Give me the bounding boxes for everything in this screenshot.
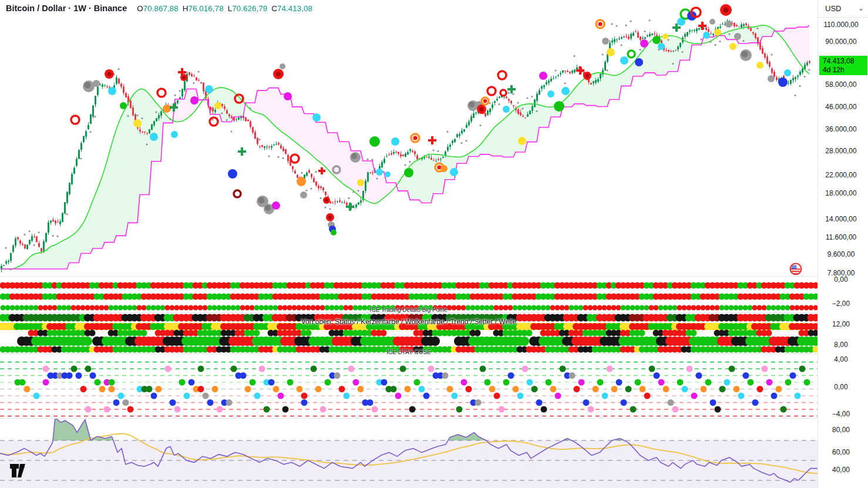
price-axis-label: 46.000,00: [818, 103, 864, 111]
open-label: O: [137, 4, 143, 13]
pane2-indicator-title: ICE Trading Details Big Pome: [0, 307, 817, 313]
high-value: 76.016,78: [189, 4, 224, 13]
price-axis-label: 80,00: [818, 426, 864, 434]
last-price-badge[interactable]: 74.413,08 4d 12h: [819, 56, 867, 75]
price-axis-label: 22.000,00: [818, 171, 864, 179]
close-label: C: [271, 4, 277, 13]
currency-label: USD: [825, 4, 841, 13]
price-axis-label: 0,00: [818, 275, 864, 284]
price-axis-label: 36.000,00: [818, 125, 864, 133]
price-axis-label: −4,00: [818, 410, 864, 418]
price-axis-label: 12,00: [818, 320, 864, 328]
price-axis-label: 60,00: [818, 448, 864, 456]
price-axis-label: 18.000,00: [818, 189, 864, 197]
price-axis-label: 90.000,00: [818, 38, 864, 46]
open-value: 70.867,88: [143, 4, 179, 13]
tradingview-logo[interactable]: [9, 463, 29, 478]
price-axis-label: −2,00: [818, 299, 864, 308]
bar-countdown: 4d 12h: [823, 66, 867, 75]
price-axis-label: 58.000,00: [818, 80, 864, 89]
high-label: H: [183, 4, 189, 13]
pane-separator-1[interactable]: [0, 276, 868, 277]
pane3-indicator-subtitle: Von oben: Status / Kerzenfarbe / Wolkenf…: [0, 318, 817, 326]
pane-separator-4[interactable]: [0, 418, 868, 419]
symbol-legend: Bitcoin / Dollar · 1W · BinanceO70.867,8…: [6, 4, 312, 13]
pane3-indicator-title: ICE DTAY COSE: [0, 349, 817, 355]
tradingview-chart-window: Bitcoin / Dollar · 1W · BinanceO70.867,8…: [0, 0, 868, 488]
indicator-pane-scatter[interactable]: [0, 354, 817, 418]
symbol-title[interactable]: Bitcoin / Dollar · 1W · Binance: [6, 4, 127, 13]
close-value: 74.413,08: [277, 4, 312, 13]
price-axis-label: 14.000,00: [818, 215, 864, 223]
price-scale[interactable]: USD ⌄ 74.413,08 4d 12h 110.000,0090.000,…: [818, 0, 868, 488]
price-axis-label: 0,00: [818, 383, 864, 391]
currency-selector[interactable]: USD ⌄: [818, 0, 868, 18]
price-axis-label: 4,00: [818, 355, 864, 364]
low-value: 70.626,79: [232, 4, 267, 13]
price-axis-label: 40,00: [818, 466, 864, 474]
main-price-pane[interactable]: [0, 0, 817, 276]
last-price-value: 74.413,08: [823, 57, 867, 66]
price-axis-label: 8,00: [818, 341, 864, 349]
ohlc-values: O70.867,88H76.016,78L70.626,79C74.413,08: [133, 4, 312, 13]
price-axis-label: 11.600,00: [818, 233, 864, 241]
flag-icon[interactable]: [789, 262, 802, 275]
price-axis-label: 110.000,00: [818, 21, 864, 29]
price-axis-label: 9.600,00: [818, 250, 864, 258]
chevron-down-icon: ⌄: [858, 0, 864, 17]
price-axis-label: 28.000,00: [818, 147, 864, 155]
indicator-pane-rsi[interactable]: [0, 418, 817, 488]
